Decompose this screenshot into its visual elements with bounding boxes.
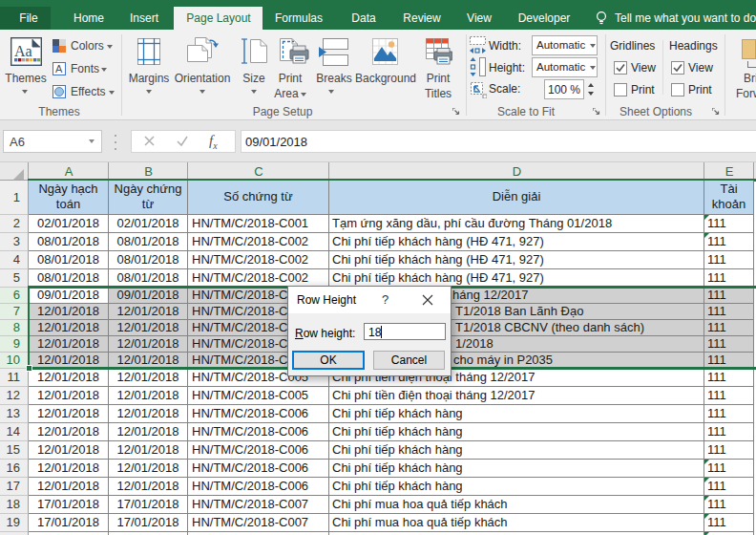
svg-text:A: A [55, 63, 63, 75]
svg-text:Aa: Aa [14, 43, 32, 59]
